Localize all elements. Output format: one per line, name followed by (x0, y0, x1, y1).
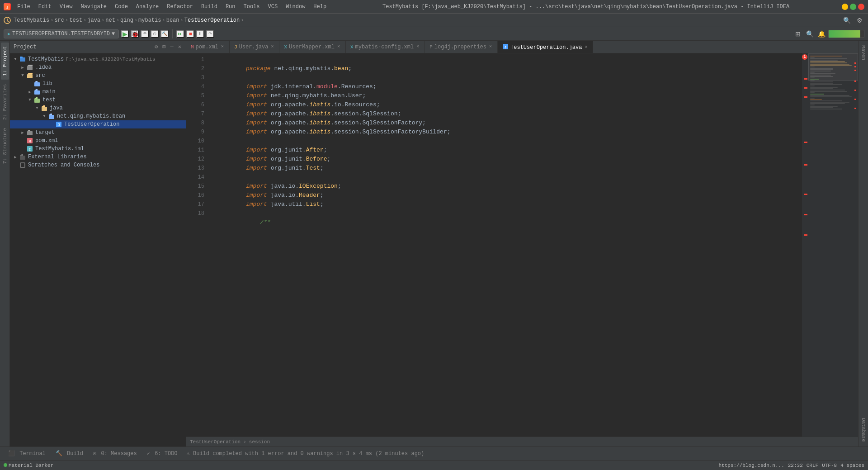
nav-search-button[interactable]: 🔍 (842, 15, 852, 25)
tree-item-pom-xml[interactable]: ▶ M pom.xml (10, 137, 186, 145)
tree-item-test[interactable]: ▼ test (10, 96, 186, 104)
menu-analyze[interactable]: Analyze (132, 3, 162, 11)
tree-item-main[interactable]: ▶ main (10, 88, 186, 96)
title-bar: J File Edit View Navigate Code Analyze R… (0, 0, 868, 14)
tree-item-testmybatis[interactable]: ▼ TestMybatis F:\java_web_KJ2020\TestMyb… (10, 55, 186, 63)
sidebar-tab-project[interactable]: 1: Project (1, 43, 9, 80)
minimap-mark-3 (854, 70, 856, 71)
tree-item-iml[interactable]: ▶ I TestMybatis.iml (10, 145, 186, 153)
profile-button[interactable]: ⊙ (151, 30, 159, 38)
tree-arrow-java: ▼ (33, 104, 41, 112)
status-encoding[interactable]: UTF-8 (822, 463, 837, 468)
run-configuration[interactable]: ▶ TESTUSEROPERATION.TESTFINDBYID ▼ (4, 29, 119, 38)
bottom-tab-messages[interactable]: ✉ 0: Messages (89, 448, 142, 459)
breadcrumb-testuseroperation[interactable]: TestUserOperation (184, 17, 240, 24)
notifications-button[interactable]: 🔔 (816, 29, 826, 39)
menu-vcs[interactable]: VCS (264, 3, 282, 11)
tree-item-target[interactable]: ▶ target (10, 128, 186, 137)
menu-file[interactable]: File (14, 3, 34, 11)
tab-close-pom[interactable]: × (220, 44, 225, 49)
code-editor[interactable]: package net.qing.mybatis.bean; import jd… (209, 53, 802, 437)
panel-close-icon[interactable]: ✕ (177, 43, 182, 51)
breadcrumb-mybatis[interactable]: mybatis (138, 17, 161, 24)
menu-window[interactable]: Window (282, 3, 309, 11)
tree-item-pkg[interactable]: ▼ net.qing.mybatis.bean (10, 112, 186, 120)
debug-button[interactable]: 🐞 (131, 30, 139, 38)
tab-usermapper-xml[interactable]: X UserMapper.xml × (279, 41, 345, 53)
tab-close-user[interactable]: × (270, 44, 274, 49)
minimize-button[interactable] (842, 4, 848, 10)
menu-edit[interactable]: Edit (35, 3, 55, 11)
tab-close-usermapper[interactable]: × (336, 44, 341, 49)
breadcrumb-java[interactable]: java (87, 17, 100, 24)
encoding-label: UTF-8 (822, 463, 837, 468)
status-theme[interactable]: Material Darker (4, 463, 53, 468)
tab-pom-xml[interactable]: M pom.xml × (186, 41, 230, 53)
tab-close-testuseroperation[interactable]: × (584, 45, 588, 50)
close-button[interactable] (858, 4, 864, 10)
coverage-button[interactable]: ☂ (141, 30, 149, 38)
tree-item-extlibs[interactable]: ▶ External Libraries (10, 153, 186, 161)
tab-close-mybatis[interactable]: × (415, 44, 420, 49)
menu-code[interactable]: Code (111, 3, 132, 11)
tab-mybatis-config[interactable]: X mybatis-config.xml × (346, 41, 425, 53)
status-indent[interactable]: 4 spaces (840, 463, 864, 468)
maximize-button[interactable] (850, 4, 856, 10)
status-right: https://blog.csdn.n... 22:32 CRLF UTF-8 … (719, 463, 864, 468)
grid-button[interactable]: ⊞ (793, 29, 803, 39)
bottom-tab-todo[interactable]: ✓ 6: TODO (142, 448, 182, 459)
line-ending-label: CRLF (807, 463, 818, 468)
tree-item-lib[interactable]: ▶ lib (10, 80, 186, 88)
right-gutter: 1 (802, 53, 808, 437)
panel-expand-icon[interactable]: ⊞ (161, 43, 166, 51)
resume-button[interactable]: ⏭ (176, 30, 184, 38)
tab-user-java[interactable]: J User.java × (230, 41, 279, 53)
stop-button[interactable]: ■ (186, 30, 194, 38)
status-time[interactable]: 22:32 (788, 463, 803, 468)
tab-close-log4j[interactable]: × (488, 44, 493, 49)
pause-button[interactable]: ⏸ (196, 30, 204, 38)
nav-settings-button[interactable]: ⚙ (854, 15, 864, 25)
breadcrumb-src[interactable]: src (54, 17, 64, 24)
tree-item-idea[interactable]: ▶ .idea (10, 63, 186, 71)
breadcrumb-test[interactable]: test (69, 17, 82, 24)
database-label[interactable]: Database (859, 415, 868, 445)
breadcrumb-project[interactable]: TestMybatis (14, 17, 49, 24)
tree-item-scratches[interactable]: ▶ Scratches and Consoles (10, 161, 186, 169)
breadcrumb-bean[interactable]: bean (166, 17, 179, 24)
menu-help[interactable]: Help (310, 3, 330, 11)
tree-item-src[interactable]: ▼ src (10, 71, 186, 80)
menu-view[interactable]: View (56, 3, 76, 11)
search-everywhere-button[interactable]: 🔍 (805, 29, 815, 39)
breadcrumb-qing[interactable]: qing (120, 17, 133, 24)
tree-item-java[interactable]: ▼ java (10, 104, 186, 112)
time-label: 22:32 (788, 463, 803, 468)
bottom-tab-build[interactable]: 🔨 Build (51, 448, 88, 459)
status-url[interactable]: https://blog.csdn.n... (719, 463, 784, 468)
panel-collapse-icon[interactable]: — (170, 43, 175, 51)
build-button[interactable]: 🔨 (160, 30, 169, 38)
menu-refactor[interactable]: Refactor (163, 3, 197, 11)
run-button[interactable]: ▶ (121, 30, 129, 38)
gutter-mark-5 (804, 164, 807, 166)
stepover-button[interactable]: ↷ (206, 30, 214, 38)
menu-navigate[interactable]: Navigate (77, 3, 110, 11)
maven-label[interactable]: Maven (859, 43, 868, 63)
svg-rect-6 (27, 74, 33, 78)
tab-log4j[interactable]: P log4j.properties × (425, 41, 498, 53)
minimap-mark-1 (854, 62, 856, 64)
bottom-tab-terminal[interactable]: ⬛ Terminal (4, 448, 50, 459)
tree-item-testuseroperation[interactable]: ▶ J TestUserOperation (10, 120, 186, 128)
tab-icon-testuseroperation: J (502, 43, 509, 51)
sidebar-tab-favorites[interactable]: 2: Favorites (1, 81, 9, 123)
panel-settings-icon[interactable]: ⚙ (154, 43, 159, 51)
status-line-ending[interactable]: CRLF (807, 463, 818, 468)
menu-run[interactable]: Run (222, 3, 239, 11)
sidebar-tab-structure[interactable]: 7: Structure (1, 124, 9, 167)
menu-tools[interactable]: Tools (240, 3, 264, 11)
tab-testuseroperation[interactable]: J TestUserOperation.java × (498, 41, 593, 53)
breadcrumb-net[interactable]: net (105, 17, 115, 24)
tab-label-log4j: log4j.properties (434, 44, 486, 50)
tabs-bar: M pom.xml × J User.java × X UserMapper.x… (186, 41, 858, 53)
menu-build[interactable]: Build (198, 3, 221, 11)
